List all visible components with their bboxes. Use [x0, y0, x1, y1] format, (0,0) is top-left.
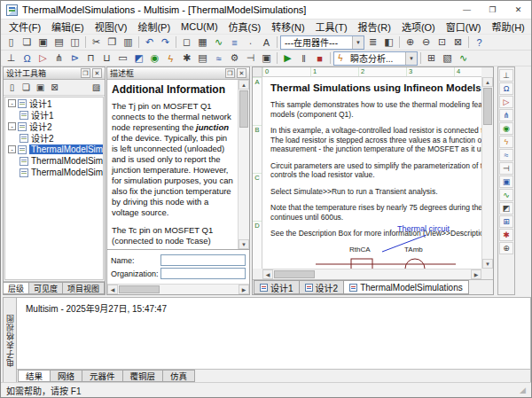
tree-expander-icon[interactable]: -	[8, 145, 16, 153]
palette-connector-icon[interactable]: ⊣	[499, 162, 513, 175]
palette-mcu-icon[interactable]: ▣	[499, 176, 513, 188]
palette-misc-icon[interactable]: ✱	[499, 229, 513, 241]
description-horizontal-scrollbar[interactable]: ◀ ▶	[107, 284, 249, 294]
menu-file[interactable]: 文件(F)	[4, 19, 46, 35]
toolbox-options-icon[interactable]: ▨	[90, 82, 103, 94]
tab-design1[interactable]: 设计1	[254, 280, 300, 294]
menu-help[interactable]: 帮助(H)	[487, 19, 530, 35]
new-icon[interactable]: ▯	[4, 35, 19, 50]
organization-input[interactable]	[160, 268, 246, 279]
tab-components[interactable]: 元器件	[82, 370, 123, 382]
analysis-combo[interactable]: ϟ 瞬态分析... ▼	[333, 51, 418, 66]
menu-transfer[interactable]: 转移(N)	[266, 19, 309, 35]
scroll-down-icon[interactable]: ▼	[482, 259, 493, 269]
diode-group-icon[interactable]: ▷	[35, 51, 51, 66]
save-icon[interactable]: ▣	[35, 35, 51, 50]
in-use-list-icon[interactable]: ≣	[365, 35, 380, 50]
palette-basic-icon[interactable]: Ω	[499, 82, 513, 95]
bus-icon[interactable]: ≡	[227, 35, 242, 50]
basic-group-icon[interactable]: Ω	[20, 51, 35, 66]
palette-source-icon[interactable]: ⊥	[499, 69, 513, 82]
tab-visibility[interactable]: 可见度	[28, 282, 63, 294]
menu-edit[interactable]: 编辑(E)	[46, 19, 90, 35]
database-icon[interactable]: ◧	[381, 35, 396, 50]
misc-group-icon[interactable]: ✱	[179, 51, 194, 66]
cmos-group-icon[interactable]: ⊔	[99, 51, 114, 66]
tab-results[interactable]: 结果	[18, 370, 51, 382]
scroll-left-icon[interactable]: ◀	[107, 285, 118, 294]
mcu-group-icon[interactable]: ▣	[259, 51, 274, 66]
tab-copper-layers[interactable]: 覆铜层	[122, 370, 164, 382]
palette-rf-icon[interactable]: ≈	[499, 149, 513, 161]
scroll-left-icon[interactable]: ◀	[262, 269, 273, 279]
menu-mcu[interactable]: MCU(M)	[176, 20, 223, 33]
text-icon[interactable]: A	[259, 35, 274, 50]
tree-item[interactable]: 设计2	[5, 132, 103, 144]
resize-grip-icon[interactable]: ◢	[520, 386, 526, 394]
panel-float-icon[interactable]: ❐	[81, 68, 90, 78]
rf-group-icon[interactable]: ≈	[211, 51, 226, 66]
menu-options[interactable]: 选项(O)	[396, 19, 441, 35]
help-icon[interactable]: ?	[472, 35, 487, 50]
tab-simulation[interactable]: 仿真	[162, 370, 195, 382]
wire-icon[interactable]: ∿	[211, 35, 226, 50]
zoom-in-icon[interactable]: ⊕	[403, 35, 418, 50]
copy-icon[interactable]: ❐	[105, 35, 120, 50]
menu-simulate[interactable]: 仿真(S)	[223, 19, 267, 35]
palette-indicator-icon[interactable]: ◉	[499, 122, 513, 135]
pause-simulation-icon[interactable]: ‖	[296, 51, 311, 66]
palette-hier-icon[interactable]: ⊞	[499, 215, 513, 228]
workspace-vertical-scrollbar[interactable]: ▲ ▼	[481, 77, 493, 269]
fullscreen-icon[interactable]: ◻	[179, 35, 194, 50]
schematic-canvas[interactable]: Thermal Simulations using Infineon Model…	[262, 77, 481, 269]
menu-tools[interactable]: 工具(T)	[310, 19, 353, 35]
zoom-area-icon[interactable]: ⊡	[434, 35, 450, 50]
tree-item-selected[interactable]: - ThermalModelSimulations	[5, 144, 103, 155]
redo-icon[interactable]: ↷	[158, 35, 173, 50]
close-design-icon[interactable]: ⊠	[48, 82, 61, 94]
power-group-icon[interactable]: ϟ	[163, 51, 178, 66]
paste-icon[interactable]: ▥	[121, 35, 136, 50]
undo-icon[interactable]: ↶	[142, 35, 157, 50]
tree-expander-icon[interactable]: -	[8, 99, 16, 107]
tree-item[interactable]: 设计1	[5, 109, 103, 121]
print-preview-icon[interactable]: ◫	[67, 35, 82, 50]
hierarchical-block-icon[interactable]: ⊞	[424, 51, 439, 66]
scroll-up-icon[interactable]: ▲	[239, 80, 249, 90]
maximize-button[interactable]: ❐	[480, 1, 505, 19]
scroll-up-icon[interactable]: ▲	[482, 77, 493, 87]
tree-item[interactable]: - 设计2	[5, 121, 103, 132]
save-design-icon[interactable]: ▣	[34, 82, 47, 94]
palette-power-icon[interactable]: ϟ	[499, 136, 513, 148]
scrollbar-thumb[interactable]	[119, 285, 160, 293]
misc-digital-group-icon[interactable]: ▭	[115, 51, 130, 66]
indicator-group-icon[interactable]: ◉	[147, 51, 162, 66]
peripherals-group-icon[interactable]: ▤	[195, 51, 210, 66]
tab-nets[interactable]: 网络	[50, 370, 82, 382]
tab-design2[interactable]: 设计2	[299, 280, 345, 294]
scrollbar-thumb[interactable]	[239, 90, 248, 128]
new-design-icon[interactable]: ▯	[5, 82, 19, 94]
menu-reports[interactable]: 报告(R)	[353, 19, 396, 35]
tree-item[interactable]: ThermalModelSimulations-De	[5, 167, 103, 178]
scroll-down-icon[interactable]: ▼	[239, 239, 249, 249]
open-icon[interactable]: ❏	[20, 35, 35, 50]
description-vertical-scrollbar[interactable]: ▲ ▼	[238, 80, 249, 249]
scrollbar-thumb[interactable]	[483, 88, 492, 125]
source-group-icon[interactable]: ⊥	[4, 51, 19, 66]
panel-float-icon[interactable]: ❐	[225, 68, 235, 78]
close-button[interactable]: ✕	[505, 1, 531, 19]
panel-close-icon[interactable]: ✕	[92, 68, 102, 78]
tree-item[interactable]: ThermalModelSimulations	[5, 155, 103, 167]
chevron-down-icon[interactable]: ▼	[405, 52, 417, 65]
workspace-horizontal-scrollbar[interactable]: ◀ ▶	[262, 269, 481, 279]
scroll-right-icon[interactable]: ▶	[471, 269, 481, 279]
palette-analog-icon[interactable]: ∿	[499, 189, 513, 201]
open-design-icon[interactable]: ❏	[20, 82, 33, 94]
palette-transistor-icon[interactable]: ⋔	[499, 109, 513, 121]
run-simulation-icon[interactable]: ▶	[280, 51, 295, 66]
grapher-icon[interactable]: ∿	[456, 51, 471, 66]
tree-item[interactable]: - 设计1	[5, 98, 103, 109]
transistor-group-icon[interactable]: ⋔	[51, 51, 66, 66]
scroll-right-icon[interactable]: ▶	[239, 285, 249, 294]
